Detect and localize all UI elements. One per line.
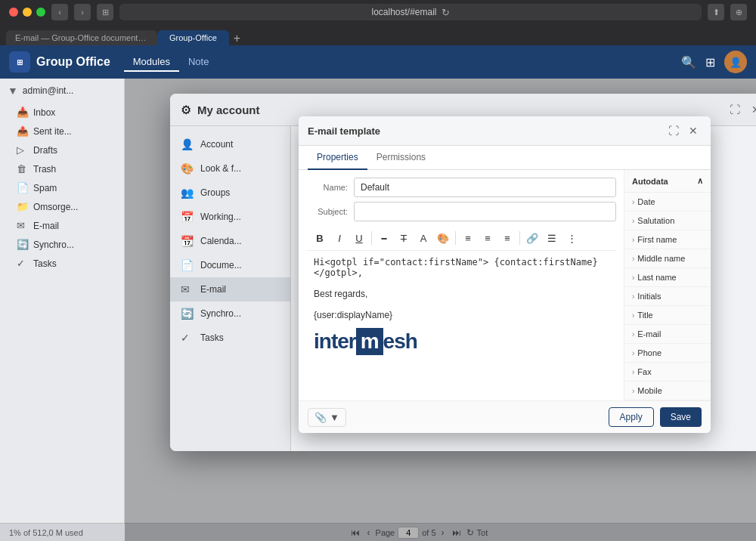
tab-properties[interactable]: Properties <box>308 146 367 170</box>
nav-look[interactable]: 🎨 Look & f... <box>170 156 290 181</box>
apps-button[interactable]: ⊞ <box>705 55 715 70</box>
address-bar[interactable]: localhost/#email ↻ <box>119 4 702 20</box>
link-button[interactable]: 🔗 <box>523 229 541 247</box>
sidebar-item-label: Tasks <box>33 258 57 269</box>
more-button[interactable]: ⋮ <box>562 229 581 247</box>
nav-account[interactable]: 👤 Account <box>170 132 290 156</box>
name-input[interactable] <box>354 178 616 197</box>
nav-documents[interactable]: 📄 Docume... <box>170 253 290 277</box>
nav-look-label: Look & f... <box>200 163 241 174</box>
et-content[interactable]: Hi<gotpl if="contact:firstName"> {contac… <box>306 251 616 387</box>
inbox-icon: 📥 <box>17 107 29 118</box>
autodata-mobile[interactable]: › Mobile <box>624 382 711 400</box>
share-button[interactable]: ⬆ <box>708 4 724 20</box>
sidebar-item-sent[interactable]: 📤 Sent ite... <box>0 122 124 141</box>
underline-button[interactable]: U <box>350 229 368 247</box>
drafts-icon: ▷ <box>17 144 29 156</box>
list-button[interactable]: ☰ <box>543 229 561 247</box>
inter-text: inter <box>314 329 356 354</box>
mesh-text: esh <box>383 329 417 354</box>
go-nav-modules[interactable]: Modules <box>124 53 179 72</box>
autodata-email[interactable]: › E-mail <box>624 325 711 344</box>
grid-view-button[interactable]: ⊞ <box>97 4 113 20</box>
autodata-salutation[interactable]: › Salutation <box>624 212 711 230</box>
bold-button[interactable]: B <box>311 229 329 247</box>
search-button[interactable]: 🔍 <box>681 55 696 70</box>
working-nav-icon: 📅 <box>181 211 194 223</box>
autodata-title[interactable]: › Title <box>624 306 711 325</box>
attachment-button[interactable]: 📎 ▼ <box>308 408 346 427</box>
autodata-fax[interactable]: › Fax <box>624 363 711 382</box>
font-color-button[interactable]: A <box>414 229 432 247</box>
email-template-header: E-mail template ⛶ ✕ <box>299 116 711 146</box>
et-header-buttons: ⛶ ✕ <box>665 122 702 139</box>
nav-groups[interactable]: 👥 Groups <box>170 181 290 205</box>
subject-input[interactable] <box>354 202 616 221</box>
et-editor: Name: Subject: B <box>299 170 624 400</box>
nav-groups-label: Groups <box>200 187 230 198</box>
nav-tasks[interactable]: ✓ Tasks <box>170 326 290 350</box>
new-tab-button[interactable]: + <box>229 32 245 45</box>
apply-button[interactable]: Apply <box>609 407 654 427</box>
sidebar-item-label: Synchro... <box>33 240 74 250</box>
reload-button[interactable]: ↻ <box>442 7 450 18</box>
sidebar-item-sync[interactable]: 🔄 Synchro... <box>0 235 124 254</box>
back-button[interactable]: ‹ <box>51 4 68 20</box>
sidebar-item-inbox[interactable]: 📥 Inbox <box>0 103 124 122</box>
autodata-initials[interactable]: › Initials <box>624 287 711 306</box>
align-center-button[interactable]: ≡ <box>479 229 497 247</box>
autodata-item-label: Middle name <box>637 254 685 263</box>
align-right-button[interactable]: ≡ <box>498 229 516 247</box>
close-button[interactable] <box>9 8 18 17</box>
strikethrough-button[interactable]: – <box>375 229 393 247</box>
forward-button[interactable]: › <box>74 4 91 20</box>
expand-button[interactable]: ⛶ <box>727 101 743 118</box>
et-tabs: Properties Permissions <box>299 146 711 170</box>
go-logo-text: Group Office <box>36 55 110 69</box>
go-header: ⊞ Group Office Modules Note 🔍 ⊞ 👤 <box>0 45 756 79</box>
go-header-right: 🔍 ⊞ 👤 <box>681 51 747 73</box>
sidebar-item-label: E-mail <box>33 221 59 231</box>
autodata-middlename[interactable]: › Middle name <box>624 249 711 268</box>
tt-button[interactable]: T̶ <box>395 229 413 247</box>
go-nav-notes[interactable]: Note <box>179 53 218 72</box>
et-expand-button[interactable]: ⛶ <box>665 122 682 139</box>
tab-groupoffice[interactable]: Group-Office <box>157 30 229 45</box>
sidebar-item-drafts[interactable]: ▷ Drafts <box>0 141 124 159</box>
autodata-collapse-icon[interactable]: ∧ <box>697 176 703 186</box>
sidebar-item-tasks[interactable]: ✓ Tasks <box>0 254 124 273</box>
sidebar-item-omsorge[interactable]: 📁 Omsorge... <box>0 197 124 216</box>
et-close-button[interactable]: ✕ <box>685 122 702 139</box>
nav-working[interactable]: 📅 Working... <box>170 205 290 229</box>
save-button[interactable]: Save <box>660 407 702 427</box>
account-icon: ▼ <box>8 85 18 97</box>
sidebar-item-email[interactable]: ✉ E-mail <box>0 216 124 235</box>
traffic-lights <box>9 8 45 17</box>
sidebar: ▼ admin@int... 📥 Inbox 📤 Sent ite... ▷ D… <box>0 79 125 541</box>
toolbar-separator-1 <box>371 231 372 245</box>
minimize-button[interactable] <box>23 8 32 17</box>
avatar[interactable]: 👤 <box>724 51 747 73</box>
sidebar-account[interactable]: ▼ admin@int... <box>0 79 124 103</box>
tab-permissions[interactable]: Permissions <box>367 146 435 170</box>
nav-sync[interactable]: 🔄 Synchro... <box>170 301 290 326</box>
autodata-date[interactable]: › Date <box>624 193 711 212</box>
nav-email[interactable]: ✉ E-mail <box>170 277 290 301</box>
maximize-button[interactable] <box>36 8 45 17</box>
name-label: Name: <box>306 183 348 192</box>
autodata-lastname[interactable]: › Last name <box>624 268 711 287</box>
tab-action-button[interactable]: ⊕ <box>730 4 747 20</box>
autodata-phone[interactable]: › Phone <box>624 344 711 363</box>
align-left-button[interactable]: ≡ <box>459 229 477 247</box>
tab-docs[interactable]: E-mail — Group-Office documentation <box>6 30 157 45</box>
highlight-button[interactable]: 🎨 <box>434 229 452 247</box>
nav-calendar[interactable]: 📆 Calenda... <box>170 229 290 253</box>
account-nav-icon: 👤 <box>181 138 194 150</box>
sidebar-item-spam[interactable]: 📄 Spam <box>0 178 124 197</box>
chevron-icon: › <box>632 311 634 320</box>
italic-button[interactable]: I <box>330 229 349 247</box>
sidebar-item-trash[interactable]: 🗑 Trash <box>0 159 124 178</box>
autodata-firstname[interactable]: › First name <box>624 230 711 249</box>
close-modal-button[interactable]: ✕ <box>748 101 756 118</box>
chevron-icon: › <box>632 292 634 301</box>
